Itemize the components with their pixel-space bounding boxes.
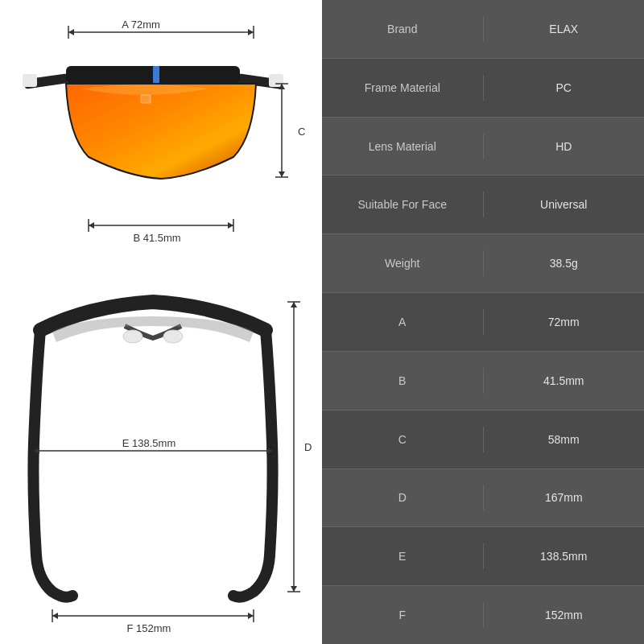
spec-row: Frame MaterialPC xyxy=(322,59,644,118)
svg-point-25 xyxy=(123,330,142,343)
glasses-bottom-view: E 138.5mm F 152mm D 167mm xyxy=(8,282,314,636)
spec-label: Brand xyxy=(322,16,483,42)
spec-row: D167mm xyxy=(322,469,644,528)
bottom-diagram: E 138.5mm F 152mm D 167mm xyxy=(0,274,322,644)
svg-marker-39 xyxy=(291,586,297,592)
svg-marker-14 xyxy=(89,222,94,229)
svg-marker-8 xyxy=(68,29,74,35)
svg-marker-15 xyxy=(228,222,233,229)
svg-point-26 xyxy=(163,330,183,343)
spec-value: 38.5g xyxy=(483,250,645,276)
spec-label: E xyxy=(322,543,483,569)
spec-value: HD xyxy=(483,134,645,159)
spec-label: Suitable For Face xyxy=(322,192,483,217)
svg-text:A  72mm: A 72mm xyxy=(122,19,160,31)
spec-value: Universal xyxy=(483,192,645,217)
spec-value: 138.5mm xyxy=(483,543,645,569)
svg-rect-6 xyxy=(141,95,151,103)
spec-row: BrandELAX xyxy=(322,0,644,59)
spec-value: 167mm xyxy=(483,485,645,510)
svg-text:E  138.5mm: E 138.5mm xyxy=(122,437,175,449)
spec-value: PC xyxy=(483,75,645,101)
spec-row: Suitable For FaceUniversal xyxy=(322,175,644,234)
svg-text:F  152mm: F 152mm xyxy=(127,622,171,634)
spec-row: C58mm xyxy=(322,411,644,469)
spec-label: Lens Material xyxy=(322,134,483,159)
svg-marker-33 xyxy=(248,613,254,619)
svg-text:B  41.5mm: B 41.5mm xyxy=(133,232,180,244)
spec-value: 41.5mm xyxy=(483,368,645,394)
svg-marker-38 xyxy=(291,302,297,308)
svg-marker-32 xyxy=(52,613,58,619)
right-panel: BrandELAXFrame MaterialPCLens MaterialHD… xyxy=(322,0,644,644)
spec-label: Frame Material xyxy=(322,75,483,101)
svg-marker-21 xyxy=(279,171,285,177)
spec-value: 72mm xyxy=(483,309,645,335)
spec-label: F xyxy=(322,602,483,628)
spec-row: E138.5mm xyxy=(322,527,644,586)
spec-label: C xyxy=(322,427,483,452)
svg-rect-1 xyxy=(23,74,37,87)
svg-marker-9 xyxy=(248,29,254,35)
spec-row: Lens MaterialHD xyxy=(322,118,644,176)
spec-row: Weight38.5g xyxy=(322,234,644,293)
spec-row: B41.5mm xyxy=(322,352,644,411)
left-panel: A 72mm B 41.5mm C 58mm xyxy=(0,0,322,644)
spec-row: A72mm xyxy=(322,293,644,352)
svg-text:C 58mm: C 58mm xyxy=(298,126,306,138)
spec-label: B xyxy=(322,368,483,394)
top-diagram: A 72mm B 41.5mm C 58mm xyxy=(0,0,322,274)
spec-value: 58mm xyxy=(483,427,645,452)
spec-row: F152mm xyxy=(322,586,644,644)
spec-label: D xyxy=(322,485,483,510)
spec-value: ELAX xyxy=(483,16,645,42)
spec-label: Weight xyxy=(322,250,483,276)
spec-value: 152mm xyxy=(483,602,645,628)
spec-label: A xyxy=(322,309,483,335)
svg-text:D 167mm: D 167mm xyxy=(304,441,314,453)
glasses-top-view: A 72mm B 41.5mm C 58mm xyxy=(16,8,306,266)
svg-rect-5 xyxy=(153,66,159,84)
